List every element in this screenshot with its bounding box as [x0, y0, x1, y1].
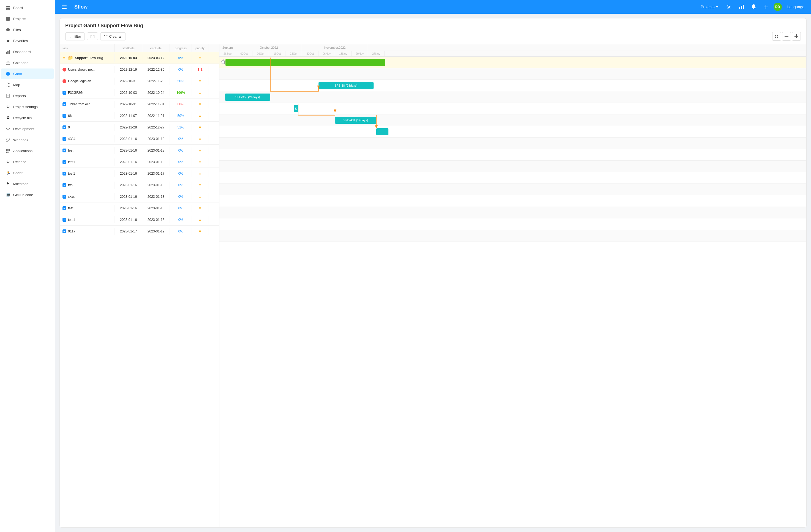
menu-toggle-button[interactable] — [60, 4, 69, 10]
task-type-icon-12 — [62, 206, 66, 210]
sidebar-item-projects[interactable]: Projects — [1, 14, 54, 24]
grid-view-button[interactable] — [772, 32, 781, 41]
progress-cell-parent: 0% — [170, 54, 192, 62]
task-cell-7: test — [60, 147, 115, 154]
zoom-in-button[interactable] — [792, 32, 801, 41]
projects-button[interactable]: Projects — [699, 3, 721, 10]
sidebar-item-board[interactable]: Board — [1, 2, 54, 13]
svg-rect-1 — [8, 6, 10, 7]
zoom-out-button[interactable] — [782, 32, 791, 41]
month-oct: October,2022 — [236, 44, 302, 51]
sidebar-item-recycle-bin[interactable]: ♻ Recycle bin — [1, 112, 54, 123]
gantt-row-6[interactable]: 4334 2023-01-16 2023-01-18 0% ≡ — [60, 133, 219, 145]
gantt-row-1[interactable]: Google login an... 2022-10-31 2022-11-28… — [60, 75, 219, 87]
sidebar-item-project-settings[interactable]: ⚙ Project settings — [1, 101, 54, 112]
start-cell-6: 2023-01-16 — [115, 135, 142, 142]
gantt-row-13[interactable]: test1 2023-01-16 2023-01-18 0% ≡ — [60, 214, 219, 225]
sidebar-label-projects: Projects — [13, 17, 26, 21]
gantt-row-8[interactable]: test1 2023-01-16 2023-01-18 0% ≡ — [60, 156, 219, 168]
task-cell-4: 66 — [60, 112, 115, 120]
sidebar-item-github-code[interactable]: 💻 GitHub code — [1, 189, 54, 200]
chart-weeks-row: 26Sep 02Oct 09Oct 16Oct 23Oct 30Oct 06No… — [219, 51, 806, 57]
notifications-button[interactable] — [749, 3, 758, 11]
sidebar-item-applications[interactable]: Applications — [1, 145, 54, 156]
week-4: 23Oct — [286, 51, 302, 57]
user-avatar[interactable]: DD — [774, 3, 782, 11]
priority-cell-6: ≡ — [192, 135, 209, 143]
page-header: Project Gantt / Support Flow Bug filter … — [60, 18, 806, 44]
filter-button[interactable]: filter — [65, 32, 85, 41]
start-cell-4: 2022-11-07 — [115, 112, 142, 120]
end-cell-2: 2022-10-24 — [142, 89, 170, 96]
svg-rect-8 — [9, 50, 10, 53]
priority-cell-0: ⬇⬇ — [192, 66, 209, 74]
priority-icon-7: ≡ — [199, 148, 201, 153]
add-button[interactable] — [762, 3, 770, 10]
sidebar-item-files[interactable]: Files — [1, 25, 54, 35]
gantt-row-5[interactable]: 0 2022-11-28 2022-12-27 51% ≡ — [60, 122, 219, 133]
sidebar-item-map[interactable]: Map — [1, 79, 54, 90]
sidebar-label-project-settings: Project settings — [13, 105, 38, 109]
gantt-row-7[interactable]: test 2023-01-16 2023-01-18 0% ≡ — [60, 145, 219, 156]
end-cell-0: 2022-12-30 — [142, 66, 170, 73]
task-name-3: Ticket from ech... — [68, 102, 93, 106]
priority-cell-7: ≡ — [192, 146, 209, 154]
analytics-button[interactable] — [737, 3, 746, 10]
task-type-icon-13 — [62, 218, 66, 222]
end-cell-12: 2023-01-18 — [142, 205, 170, 212]
gantt-row-0[interactable]: Users should no... 2022-12-19 2022-12-30… — [60, 64, 219, 75]
svg-rect-2 — [6, 8, 8, 10]
gantt-row-9[interactable]: test1 2023-01-16 2023-01-17 0% ≡ — [60, 168, 219, 179]
sidebar-item-development[interactable]: <> Development — [1, 124, 54, 134]
gantt-row-10[interactable]: tttt- 2023-01-16 2023-01-18 0% ≡ — [60, 179, 219, 191]
progress-cell-2: 100% — [170, 89, 192, 96]
sidebar-item-webhook[interactable]: Webhook — [1, 135, 54, 145]
clear-all-button[interactable]: Clear all — [100, 32, 126, 41]
gantt-header: task startDate endDate progress priority — [60, 44, 219, 52]
task-cell-12: test — [60, 205, 115, 212]
sidebar-label-files: Files — [13, 28, 21, 32]
sidebar-label-map: Map — [13, 83, 20, 87]
gantt-row-4[interactable]: 66 2022-11-07 2022-11-21 50% ≡ — [60, 110, 219, 122]
col-priority: priority — [192, 44, 209, 52]
task-name-4: 66 — [68, 114, 72, 118]
sidebar-item-favorites[interactable]: ★ Favorites — [1, 35, 54, 46]
chart-row-14 — [219, 230, 806, 241]
svg-rect-26 — [62, 5, 67, 5]
sidebar-item-dashboard[interactable]: Dashboard — [1, 46, 54, 57]
sidebar-item-gantt[interactable]: Gantt — [1, 68, 54, 79]
gantt-row-11[interactable]: xxxx- 2023-01-16 2023-01-18 0% ≡ — [60, 191, 219, 202]
gantt-row-3[interactable]: Ticket from ech... 2022-10-31 2022-11-01… — [60, 98, 219, 110]
gantt-icon — [5, 71, 11, 76]
sidebar-item-reports[interactable]: Reports — [1, 91, 54, 101]
svg-rect-3 — [8, 8, 10, 10]
gantt-row-2[interactable]: F32GF2G 2022-10-03 2022-10-24 100% ≡ — [60, 87, 219, 98]
task-type-icon-5 — [62, 125, 66, 129]
settings-button[interactable] — [724, 3, 733, 11]
week-5: 30Oct — [302, 51, 319, 57]
priority-cell-2: ≡ — [192, 89, 209, 96]
priority-icon-parent: ≡ — [199, 56, 201, 60]
content-area: Project Gantt / Support Flow Bug filter … — [55, 14, 811, 532]
task-type-icon-8 — [62, 160, 66, 164]
sidebar-item-sprint[interactable]: 🏃 Sprint — [1, 168, 54, 178]
calendar-picker-button[interactable] — [87, 32, 98, 40]
svg-rect-32 — [743, 5, 744, 9]
language-button[interactable]: Language — [785, 3, 807, 10]
gantt-row-14[interactable]: 0117 2023-01-17 2023-01-19 0% ≡ — [60, 225, 219, 237]
sidebar-label-calendar: Calendar — [13, 61, 28, 65]
gantt-row-12[interactable]: test 2023-01-16 2023-01-18 0% ≡ — [60, 202, 219, 214]
sidebar-item-release[interactable]: ⚙ Release — [1, 157, 54, 167]
svg-rect-7 — [7, 51, 9, 53]
sidebar-item-calendar[interactable]: Calendar — [1, 58, 54, 68]
gantt-row-parent[interactable]: ▼ 📁 Support Flow Bug 2022-10-03 2023-03-… — [60, 52, 219, 64]
task-type-icon-6 — [62, 137, 66, 141]
svg-marker-14 — [6, 83, 10, 87]
priority-icon-5: ≡ — [199, 125, 201, 129]
sidebar-item-milestone[interactable]: ⚑ Milestone — [1, 178, 54, 189]
chart-row-1: SFB-38 (28days) — [219, 80, 806, 91]
sidebar-label-board: Board — [13, 6, 23, 10]
sidebar-label-release: Release — [13, 160, 27, 164]
svg-rect-21 — [6, 150, 7, 151]
github-code-icon: 💻 — [5, 192, 11, 197]
